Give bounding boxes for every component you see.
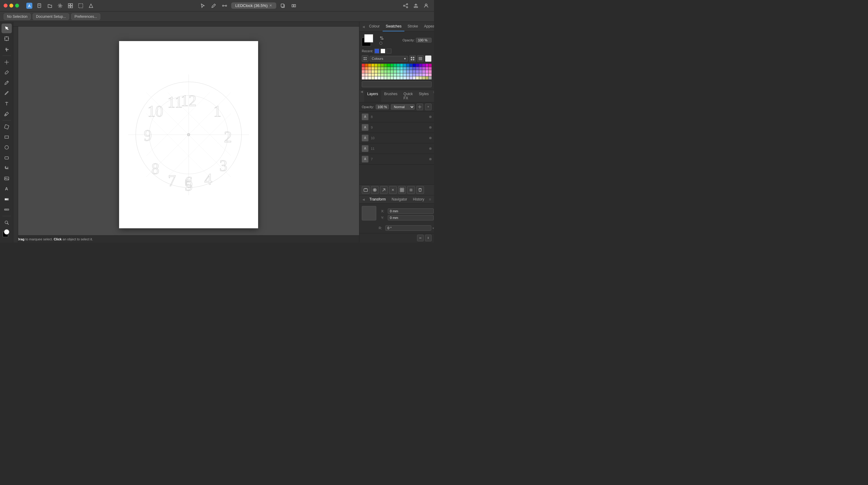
color-cell[interactable]	[406, 76, 409, 79]
layer-visibility-dot[interactable]	[429, 137, 432, 139]
rounded-rect-tool[interactable]	[1, 153, 12, 163]
color-cell[interactable]	[422, 70, 425, 73]
color-cell[interactable]	[374, 70, 377, 73]
color-cell[interactable]	[394, 70, 397, 73]
color-cell[interactable]	[409, 64, 412, 67]
field-r-input[interactable]	[385, 225, 431, 231]
field-y-input[interactable]	[388, 215, 434, 221]
color-cell[interactable]	[384, 73, 387, 76]
color-cell[interactable]	[409, 76, 412, 79]
color-cell[interactable]	[429, 73, 432, 76]
color-cell[interactable]	[391, 76, 394, 79]
color-cell[interactable]	[365, 76, 368, 79]
paint-brush-tool[interactable]	[1, 68, 12, 77]
color-cell[interactable]	[391, 73, 394, 76]
tab-quick-fx[interactable]: Quick FX	[400, 90, 416, 102]
color-cell[interactable]	[381, 73, 384, 76]
tab-brushes[interactable]: Brushes	[381, 90, 400, 102]
no-selection-button[interactable]: No Selection	[4, 13, 31, 20]
color-cell[interactable]	[365, 70, 368, 73]
color-cell[interactable]	[409, 70, 412, 73]
color-cell[interactable]	[371, 64, 374, 67]
new-doc-icon[interactable]	[35, 1, 44, 10]
color-cell[interactable]	[426, 73, 429, 76]
rect-tool[interactable]	[1, 132, 12, 142]
crop-tool[interactable]	[1, 163, 12, 173]
recent-swatch-dark[interactable]	[386, 48, 392, 54]
color-cell[interactable]	[374, 64, 377, 67]
layer-visibility-dot[interactable]	[429, 126, 432, 129]
color-cell[interactable]	[371, 73, 374, 76]
artboard-tool[interactable]	[1, 34, 12, 43]
color-cell[interactable]	[416, 64, 419, 67]
layer-delete-icon[interactable]	[416, 186, 424, 194]
color-cell[interactable]	[429, 76, 432, 79]
color-cell[interactable]	[413, 67, 416, 70]
color-cell[interactable]	[422, 73, 425, 76]
color-cell[interactable]	[384, 76, 387, 79]
cursor-icon[interactable]	[198, 1, 207, 10]
color-cell[interactable]	[394, 73, 397, 76]
document-setup-button[interactable]: Document Setup...	[33, 13, 69, 20]
layer-row[interactable]: A 9	[359, 122, 434, 133]
color-cell[interactable]	[397, 76, 400, 79]
color-cell[interactable]	[391, 64, 394, 67]
color-cell[interactable]	[394, 67, 397, 70]
settings-icon[interactable]	[56, 1, 64, 10]
layer-visibility-dot[interactable]	[429, 158, 432, 160]
recent-swatch-white[interactable]	[380, 48, 385, 54]
type-tool[interactable]	[1, 98, 12, 108]
color-cell[interactable]	[374, 76, 377, 79]
color-cell[interactable]	[371, 76, 374, 79]
color-cell[interactable]	[400, 67, 403, 70]
color-cell[interactable]	[409, 67, 412, 70]
swatch-list-view-icon[interactable]	[417, 55, 424, 62]
tab-stroke[interactable]: Stroke	[404, 22, 421, 31]
color-swatch-tool[interactable]	[1, 228, 12, 238]
color-cell[interactable]	[362, 67, 365, 70]
tab-transform[interactable]: Transform	[367, 195, 388, 203]
open-doc-icon[interactable]	[45, 1, 54, 10]
ruler-tool[interactable]	[1, 205, 12, 215]
color-cell[interactable]	[416, 67, 419, 70]
preferences-button[interactable]: Preferences...	[71, 13, 100, 20]
layers-more-icon[interactable]: ≡	[432, 90, 434, 102]
color-cell[interactable]	[368, 67, 371, 70]
pen-tool[interactable]	[1, 78, 12, 88]
color-cell[interactable]	[397, 73, 400, 76]
color-cell[interactable]	[381, 67, 384, 70]
field-r-chevron[interactable]: ▾	[433, 226, 434, 230]
color-cell[interactable]	[368, 70, 371, 73]
layer-settings-icon[interactable]	[416, 104, 423, 110]
color-cell[interactable]	[378, 67, 381, 70]
color-cell[interactable]	[387, 73, 390, 76]
color-cell[interactable]	[378, 64, 381, 67]
close-tab-icon[interactable]: ✕	[269, 4, 272, 7]
color-cell[interactable]	[371, 70, 374, 73]
color-cell[interactable]	[422, 67, 425, 70]
color-cell[interactable]	[403, 70, 406, 73]
color-cell[interactable]	[381, 70, 384, 73]
color-cell[interactable]	[413, 76, 416, 79]
color-cell[interactable]	[400, 64, 403, 67]
reset-colors-icon[interactable]	[379, 42, 382, 45]
color-cell[interactable]	[374, 67, 377, 70]
user-icon[interactable]	[422, 1, 430, 10]
color-cell[interactable]	[384, 67, 387, 70]
color-cell[interactable]	[400, 73, 403, 76]
color-cell[interactable]	[426, 64, 429, 67]
tab-appearance[interactable]: Appearance	[421, 22, 434, 31]
color-cell[interactable]	[374, 73, 377, 76]
color-cell[interactable]	[362, 70, 365, 73]
color-cell[interactable]	[413, 73, 416, 76]
color-cell[interactable]	[381, 76, 384, 79]
colours-dropdown[interactable]: Colours ▾	[370, 56, 408, 62]
color-cell[interactable]	[387, 76, 390, 79]
color-cell[interactable]	[403, 64, 406, 67]
transform-collapse-icon[interactable]: ◀	[361, 198, 366, 201]
color-cell[interactable]	[394, 64, 397, 67]
text-tool-2[interactable]: A	[1, 184, 12, 194]
color-cell[interactable]	[394, 76, 397, 79]
color-cell[interactable]	[416, 76, 419, 79]
image-tool[interactable]	[1, 174, 12, 183]
